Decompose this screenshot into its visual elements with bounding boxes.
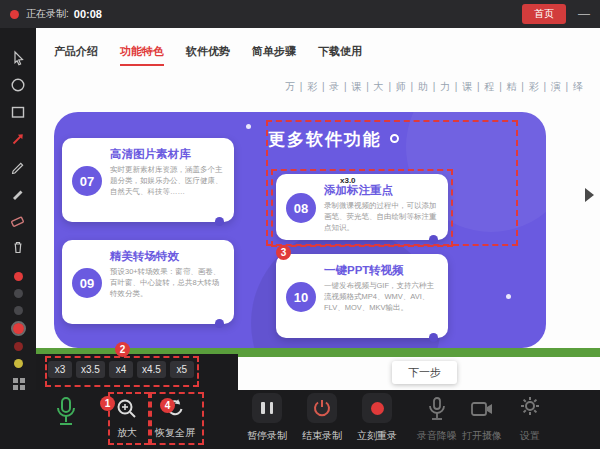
pause-recording-button[interactable] <box>252 393 282 423</box>
color-swatch-dark[interactable] <box>14 289 23 298</box>
microphone-icon[interactable] <box>54 396 78 430</box>
nav-item-features[interactable]: 功能特色 <box>120 44 164 66</box>
nav-item-download[interactable]: 下载使用 <box>318 44 362 66</box>
annotation-badge-1: 1 <box>100 396 115 411</box>
color-swatch-yellow[interactable] <box>14 359 23 368</box>
rerecord-label[interactable]: 立刻重录 <box>357 429 397 443</box>
record-dot-icon <box>371 402 384 415</box>
color-swatch-red-selected[interactable] <box>13 323 24 334</box>
color-palette <box>13 272 24 376</box>
color-swatch-red[interactable] <box>14 272 23 281</box>
feature-card-07: 07 高清图片素材库 实时更新素材库资源，涵盖多个主题分类，如娱乐办公、医疗健康… <box>62 138 234 222</box>
titlebar: 正在录制: 00:08 首页 — <box>0 0 600 28</box>
page-nav: 产品介绍 功能特色 软件优势 简单步骤 下载使用 <box>54 44 362 66</box>
control-bar: 放大 恢复全屏 暂停录制 结束录制 立刻重录 录音降噪 <box>0 390 600 449</box>
recording-status-label: 正在录制: <box>26 7 69 21</box>
zoom-level-panel: x3 x3.5 x4 x4.5 x5 <box>36 354 238 390</box>
next-step-button[interactable]: 下一步 <box>392 361 457 384</box>
settings-button[interactable]: 设置 <box>520 429 540 443</box>
feature-card-10: 10 一键PPT转视频 一键发布视频与GIF，支持六种主流视频格式MP4、WMV… <box>276 254 448 338</box>
zoom-level-x5[interactable]: x5 <box>170 361 194 378</box>
nav-item-product-intro[interactable]: 产品介绍 <box>54 44 98 66</box>
circle-tool-icon[interactable] <box>10 77 26 93</box>
card-title: 精美转场特效 <box>110 249 225 264</box>
restore-fullscreen-button[interactable]: 恢复全屏 <box>153 426 197 440</box>
card-deco-dot <box>215 319 224 328</box>
apps-grid-icon[interactable] <box>11 376 27 392</box>
zoom-level-row: x3 x3.5 x4 x4.5 x5 <box>48 361 194 378</box>
color-swatch-darkred[interactable] <box>14 342 23 351</box>
zoom-in-button[interactable]: 放大 <box>107 426 147 440</box>
zoom-level-x3-5[interactable]: x3.5 <box>76 361 105 378</box>
pause-icon <box>261 402 273 414</box>
trash-icon[interactable] <box>10 239 26 255</box>
power-icon <box>312 398 332 418</box>
panel-collapse-arrow-icon[interactable] <box>585 188 594 202</box>
card-number-badge: 09 <box>72 268 102 298</box>
denoise-mic-icon[interactable] <box>427 397 447 423</box>
nav-item-steps[interactable]: 简单步骤 <box>252 44 296 66</box>
recorded-page-preview: 产品介绍 功能特色 软件优势 简单步骤 下载使用 万 | 彩 | 录 | 课 |… <box>36 28 600 390</box>
home-button[interactable]: 首页 <box>522 4 566 24</box>
card-desc: 实时更新素材库资源，涵盖多个主题分类，如娱乐办公、医疗健康、自然天气、科技等…… <box>110 165 225 198</box>
features-title-text: 更多软件功能 <box>268 130 382 149</box>
card-desc: 预设30+转场效果：窗帘、画卷、百叶窗、中心旋转，总共8大转场特效分类。 <box>110 267 225 300</box>
card-deco-dot <box>429 333 438 342</box>
feature-panel: 更多软件功能 07 高清图片素材库 实时更新素材库资源，涵盖多个主题分类，如娱乐… <box>54 112 546 348</box>
stop-recording-label[interactable]: 结束录制 <box>302 429 342 443</box>
annotation-badge-3: 3 <box>276 245 291 260</box>
panel-deco-dot <box>246 124 251 129</box>
card-title: 一键PPT转视频 <box>324 263 439 278</box>
card-number-badge: 07 <box>72 166 102 196</box>
card-deco-dot <box>215 217 224 226</box>
minimize-button[interactable]: — <box>578 7 590 21</box>
recording-time: 00:08 <box>74 8 102 20</box>
camera-button[interactable]: 打开摄像 <box>462 429 502 443</box>
nav-item-advantages[interactable]: 软件优势 <box>186 44 230 66</box>
zoom-level-x3[interactable]: x3 <box>48 361 72 378</box>
card-deco-dot <box>429 235 438 244</box>
rerecord-button[interactable] <box>362 393 392 423</box>
gear-icon[interactable] <box>520 396 540 416</box>
feature-card-08: x3.0 08 添加标注重点 录制微课视频的过程中，可以添加画笔、荧光笔、自由绘… <box>276 174 448 240</box>
circle-bullet-icon <box>390 134 399 143</box>
page-slogan: 万 | 彩 | 录 | 课 | 大 | 师 | 助 | 力 | 课 | 程 | … <box>285 80 584 94</box>
zoom-multiplier-label: x3.0 <box>340 176 356 185</box>
eraser-tool-icon[interactable] <box>10 212 26 228</box>
card-title: 高清图片素材库 <box>110 147 225 162</box>
screen-recorder-app: 正在录制: 00:08 首页 — 产品介绍 功能特色 软件优势 简单步骤 <box>0 0 600 449</box>
card-title: 添加标注重点 <box>324 183 439 198</box>
zoom-level-x4[interactable]: x4 <box>109 361 133 378</box>
features-title: 更多软件功能 <box>268 128 508 151</box>
marker-tool-icon[interactable] <box>10 185 26 201</box>
denoise-button[interactable]: 录音降噪 <box>417 429 457 443</box>
zoom-in-magnifier-icon[interactable] <box>116 398 138 420</box>
rectangle-tool-icon[interactable] <box>10 104 26 120</box>
pause-recording-label[interactable]: 暂停录制 <box>247 429 287 443</box>
camera-icon[interactable] <box>471 401 493 417</box>
annotation-badge-2: 2 <box>115 342 130 357</box>
card-number-badge: 08 <box>286 193 316 223</box>
card-desc: 一键发布视频与GIF，支持六种主流视频格式MP4、WMV、AVI、FLV、MOV… <box>324 281 439 314</box>
color-swatch-dark2[interactable] <box>14 306 23 315</box>
zoom-level-x4-5[interactable]: x4.5 <box>137 361 166 378</box>
recording-indicator-dot <box>10 10 19 19</box>
annotation-badge-4: 4 <box>160 398 175 413</box>
panel-deco-dot-2 <box>506 294 511 299</box>
arrow-tool-icon[interactable] <box>10 131 26 147</box>
stop-recording-button[interactable] <box>307 393 337 423</box>
cursor-tool-icon[interactable] <box>10 50 26 66</box>
pen-tool-icon[interactable] <box>10 158 26 174</box>
card-number-badge: 10 <box>286 282 316 312</box>
card-desc: 录制微课视频的过程中，可以添加画笔、荧光笔、自由绘制等标注重点知识。 <box>324 201 439 234</box>
feature-card-09: 09 精美转场特效 预设30+转场效果：窗帘、画卷、百叶窗、中心旋转，总共8大转… <box>62 240 234 324</box>
